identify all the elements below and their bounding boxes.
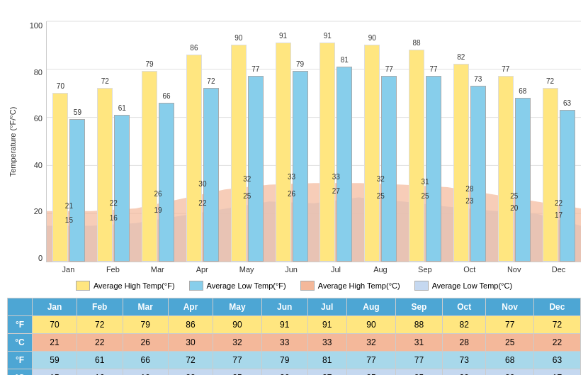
table-cell-0-0: 70 [33,316,77,334]
high-f-label-nov: 77 [502,65,509,73]
month-group-oct: 82732823 [447,64,492,262]
table-row-header-3: °C [8,369,33,376]
table-header-dec: Dec [533,298,580,316]
low-f-label-oct: 73 [474,75,482,83]
low-c-label-jan: 15 [65,216,73,224]
month-group-apr: 86723022 [180,55,225,262]
legend-label-1: Average Low Temp(°F) [207,281,286,290]
high-f-label-oct: 82 [457,53,465,61]
table-cell-1-0: 21 [33,334,77,352]
low-f-label-dec: 63 [563,99,571,107]
x-tick-jan: Jan [46,262,91,274]
y-tick-20: 20 [34,207,43,216]
high-f-label-may: 90 [234,34,242,42]
high-f-bar-jun: 91 [276,43,291,262]
x-tick-mar: Mar [135,262,180,274]
low-f-label-jul: 81 [341,56,349,64]
month-group-feb: 72612216 [91,88,136,262]
low-f-label-mar: 66 [163,92,171,100]
y-axis: Temperature (°F/°C) 100 80 60 40 20 0 [7,21,46,262]
y-tick-60: 60 [34,114,43,123]
high-f-bar-aug: 90 [364,45,380,262]
table-cell-2-9: 73 [442,352,485,369]
low-f-bar-dec: 63 [560,110,575,262]
table-header-jul: Jul [307,298,346,316]
high-c-label-aug: 32 [377,175,385,183]
low-c-label-apr: 22 [198,199,206,207]
month-group-jan: 70592115 [47,93,91,262]
legend-swatch-3 [414,281,429,291]
legend-label-2: Average High Temp(°C) [318,281,400,290]
low-f-label-apr: 72 [207,77,215,85]
high-f-bar-dec: 72 [543,88,558,262]
high-c-label-feb: 22 [110,199,118,207]
table-cell-1-2: 26 [123,334,169,352]
high-f-bar-apr: 86 [186,55,202,262]
low-c-label-dec: 17 [555,211,562,219]
high-f-bar-may: 90 [231,45,247,262]
low-f-bar-sep: 77 [426,76,441,262]
low-c-label-oct: 23 [465,197,473,205]
x-tick-may: May [225,262,269,274]
legend-item-0: Average High Temp(°F) [76,281,175,291]
x-axis: JanFebMarAprMayJunJulAugSepOctNovDec [46,262,581,274]
high-f-bar-oct: 82 [453,64,469,262]
table-row-header-2: °F [8,352,33,369]
high-c-label-apr: 30 [198,180,206,188]
y-tick-40: 40 [34,161,43,169]
legend-swatch-1 [189,281,203,291]
table-cell-0-11: 72 [533,316,580,334]
y-tick-100: 100 [30,21,43,30]
high-f-label-feb: 72 [101,77,109,85]
high-c-label-may: 32 [243,175,251,183]
low-f-bar-jan: 59 [69,119,85,262]
data-table: JanFebMarAprMayJunJulAugSepOctNovDec°F70… [7,298,581,375]
table-header-may: May [213,298,261,316]
x-tick-aug: Aug [358,262,402,274]
low-f-bar-nov: 68 [515,98,531,262]
y-tick-80: 80 [34,68,43,77]
low-f-label-aug: 77 [385,65,393,73]
table-cell-0-2: 79 [123,316,169,334]
legend-item-1: Average Low Temp(°F) [189,281,286,291]
high-f-label-jul: 91 [324,32,332,40]
table-cell-1-8: 31 [395,334,442,352]
table-cell-0-1: 72 [77,316,123,334]
table-cell-3-0: 15 [33,369,77,376]
chart-area: Temperature (°F/°C) 100 80 60 40 20 0 [7,7,581,262]
table-cell-0-9: 82 [442,316,485,334]
high-f-bar-mar: 79 [142,71,157,262]
bars-container: 7059211572612216796626198672302290773225… [47,21,581,262]
table-cell-2-8: 77 [395,352,442,369]
table-row-1: °C212226303233333231282522 [8,334,581,352]
legend: Average High Temp(°F)Average Low Temp(°F… [7,281,581,291]
table-cell-3-3: 22 [169,369,213,376]
table-row-0: °F707279869091919088827772 [8,316,581,334]
month-group-nov: 77682520 [492,76,536,262]
high-f-bar-jul: 91 [320,43,335,262]
table-cell-0-6: 91 [307,316,346,334]
table-cell-3-4: 25 [213,369,261,376]
high-f-bar-sep: 88 [409,50,424,262]
low-f-bar-aug: 77 [381,76,397,262]
table-cell-3-8: 25 [395,369,442,376]
low-f-label-nov: 68 [519,87,526,95]
table-cell-1-10: 25 [486,334,534,352]
table-header-sep: Sep [395,298,442,316]
table-cell-2-0: 59 [33,352,77,369]
legend-swatch-2 [300,281,315,291]
month-group-jul: 91813327 [314,43,358,262]
y-axis-label: Temperature (°F/°C) [9,107,17,177]
high-f-label-jan: 70 [57,82,64,90]
table-cell-2-6: 81 [307,352,346,369]
legend-label-0: Average High Temp(°F) [94,281,175,290]
high-c-label-mar: 26 [154,190,162,198]
table-header-oct: Oct [442,298,485,316]
table-cell-3-11: 17 [533,369,580,376]
table-cell-0-7: 90 [346,316,395,334]
table-header-aug: Aug [346,298,395,316]
high-c-label-dec: 22 [555,199,562,207]
table-cell-0-4: 90 [213,316,261,334]
table-cell-1-9: 28 [442,334,485,352]
table-cell-3-2: 19 [123,369,169,376]
